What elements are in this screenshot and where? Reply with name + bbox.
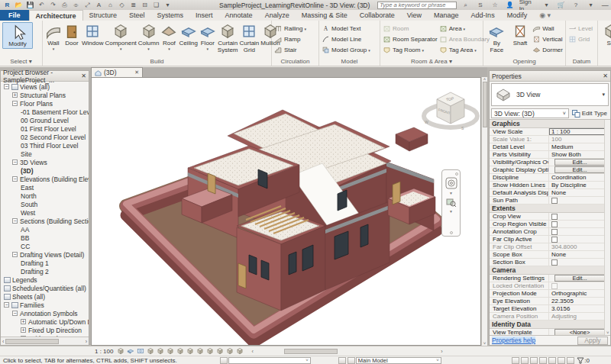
ribbon-panel-label[interactable]: Build <box>43 57 271 66</box>
ribbon-tab-manage[interactable]: Manage <box>428 10 465 21</box>
detail-level-icon[interactable] <box>117 347 125 355</box>
tree-item-annotation-symbols[interactable]: −Annotation Symbols <box>1 309 89 317</box>
section-icon[interactable]: ◇ <box>117 1 127 9</box>
temporary-hide-isolate-icon[interactable] <box>196 347 205 355</box>
edit-button[interactable]: Edit... <box>554 166 605 173</box>
collapse-icon[interactable]: − <box>12 101 18 106</box>
curtain-grid-button[interactable]: Curtain Grid <box>240 22 260 53</box>
ribbon-tab-overflow-icon[interactable]: ◉ ▾ <box>533 10 557 21</box>
close-icon[interactable]: ✕ <box>134 69 139 76</box>
tree-item-00-ground-level[interactable]: 00 Ground Level <box>1 116 89 124</box>
floor-button[interactable]: Floor▾ <box>199 22 216 51</box>
measure-icon[interactable]: ⌯ <box>71 1 81 9</box>
property-row-far-clip-active[interactable]: Far Clip Active <box>490 236 610 243</box>
property-row-annotation-crop[interactable]: Annotation Crop <box>490 228 610 236</box>
vertical-button[interactable]: Vertical <box>532 34 563 44</box>
navbar-options-icon[interactable] <box>455 172 458 176</box>
displacement-icon[interactable] <box>236 347 244 355</box>
property-row-section-box[interactable]: Section Box <box>490 259 610 266</box>
property-row-scale-value-1-[interactable]: Scale Value 1:100 <box>490 136 610 143</box>
properties-section-extents[interactable]: Extents⌃ <box>490 205 610 213</box>
undo-icon[interactable]: ↶ <box>37 1 47 9</box>
caret-down-icon[interactable]: ▾ <box>586 1 595 9</box>
tree-item-sections-building-section-[interactable]: −Sections (Building Section) <box>1 217 89 225</box>
expand-icon[interactable]: + <box>21 327 26 333</box>
ribbon-tab-view[interactable]: View <box>401 10 428 21</box>
collapse-icon[interactable]: − <box>12 218 18 224</box>
wall-button[interactable]: Wall <box>532 24 563 34</box>
element-selector-dropdown[interactable]: 3D View: (3D) ˅ <box>491 108 569 118</box>
property-row-graphic-display-opti-[interactable]: Graphic Display Opti...Edit... <box>490 166 610 174</box>
stair-button[interactable]: Stair <box>274 45 306 55</box>
collapse-icon[interactable]: − <box>4 302 9 308</box>
checkbox-unchecked[interactable] <box>551 229 558 235</box>
tree-item--01-basement-floor-lev[interactable]: -01 Basement Floor Lev <box>1 108 89 116</box>
tree-item-floor-plans[interactable]: −Floor Plans <box>1 99 89 108</box>
property-row-detail-level[interactable]: Detail LevelMedium <box>490 143 610 151</box>
design-options-icon[interactable] <box>348 357 355 364</box>
properties-help-link[interactable]: Properties help <box>492 337 535 344</box>
shaft-button[interactable]: Shaft <box>509 22 532 47</box>
model-group-button[interactable]: Model Group▾ <box>322 45 370 55</box>
search-go-icon[interactable]: ⌕ <box>461 1 470 9</box>
tree-item-legends[interactable]: Legends <box>1 275 89 284</box>
zoom-tool-icon[interactable] <box>446 197 457 208</box>
view-cube[interactable]: W S TOP FRONT <box>424 92 477 130</box>
tree-item-views-all-[interactable]: −Views (all) <box>1 82 89 91</box>
navigation-bar[interactable]: ▼ ▼ <box>441 169 461 237</box>
model-canvas[interactable]: W S TOP FRONT ▼ <box>91 77 481 346</box>
ribbon-tab-annotate[interactable]: Annotate <box>219 10 259 21</box>
tree-item-drafting-2[interactable]: Drafting 2 <box>1 267 89 275</box>
expand-icon[interactable]: + <box>12 92 18 98</box>
caret-down-icon[interactable]: ▼ <box>449 209 453 214</box>
window-button[interactable]: Window <box>82 22 103 47</box>
area-button[interactable]: Area▾ <box>439 24 490 34</box>
canvas-vscrollbar[interactable]: ˄˅ <box>481 77 487 346</box>
tree-item-02-second-floor-level[interactable]: 02 Second Floor Level <box>1 133 89 141</box>
checkbox-unchecked[interactable] <box>551 259 558 266</box>
checkbox-unchecked[interactable] <box>551 237 558 243</box>
cart-icon[interactable]: 🛒 <box>557 1 566 9</box>
print-icon[interactable]: ⎙ <box>60 1 70 9</box>
roof-button[interactable]: Roof▾ <box>160 22 177 51</box>
properties-header[interactable]: Properties ✕ <box>490 71 610 82</box>
checkbox-unchecked[interactable] <box>551 198 558 204</box>
collapse-icon[interactable]: − <box>4 84 9 89</box>
edit-type-button[interactable]: Edit Type <box>571 110 609 118</box>
close-icon[interactable]: ✕ <box>603 72 608 79</box>
tree-item-bb[interactable]: BB <box>1 234 89 242</box>
edit-button[interactable]: Edit... <box>554 159 605 166</box>
close-inactive-icon[interactable]: ⊟ <box>140 1 150 9</box>
component-button[interactable]: Component▾ <box>105 22 136 51</box>
room-button[interactable]: Room <box>383 24 438 34</box>
property-row-visibility-graphics-ov-[interactable]: Visibility/Graphics Ov...Edit... <box>490 159 610 166</box>
canvas-hscrollbar[interactable]: ‹› <box>251 349 442 354</box>
properties-vscrollbar[interactable]: ˅ <box>604 120 610 335</box>
ribbon-tab-file[interactable]: File <box>0 10 29 21</box>
ribbon-tab-add-ins[interactable]: Add-Ins <box>465 10 501 21</box>
property-row-parts-visibility[interactable]: Parts VisibilityShow Both <box>490 151 610 159</box>
property-row-view-template[interactable]: View Template<None> <box>490 329 610 335</box>
ribbon-tab-modify[interactable]: Modify <box>501 10 534 21</box>
model-line-button[interactable]: Model Line <box>322 34 370 44</box>
select-by-face-toggle-icon[interactable] <box>548 357 556 364</box>
type-selector[interactable]: 3D View ▾ <box>491 83 609 106</box>
select-underlay-toggle-icon[interactable] <box>530 357 538 364</box>
drag-on-selection-toggle-icon[interactable] <box>558 357 565 364</box>
redo-icon[interactable]: ↷ <box>48 1 58 9</box>
minimize-button[interactable]: — <box>600 2 610 9</box>
collapse-icon[interactable]: − <box>12 311 18 316</box>
revit-menu-icon[interactable]: R <box>2 1 12 9</box>
tree-item-structural-plans[interactable]: +Structural Plans <box>1 91 89 99</box>
exchange-apps-icon[interactable]: S <box>476 1 485 9</box>
tree-item-cc[interactable]: CC <box>1 242 89 250</box>
tree-item-sheets-all-[interactable]: Sheets (all) <box>1 292 89 301</box>
shadows-icon[interactable] <box>147 347 155 355</box>
settings-gear-icon[interactable] <box>567 357 574 364</box>
property-row-sun-path[interactable]: Sun Path <box>490 197 610 205</box>
tree-item-schedules-quantities-all-[interactable]: Schedules/Quantities (all) <box>1 284 89 292</box>
expand-icon[interactable]: + <box>21 319 26 324</box>
thin-lines-icon[interactable]: ≣ <box>128 1 138 9</box>
column-button[interactable]: Column▾ <box>138 22 160 51</box>
collapse-icon[interactable]: − <box>12 159 18 165</box>
